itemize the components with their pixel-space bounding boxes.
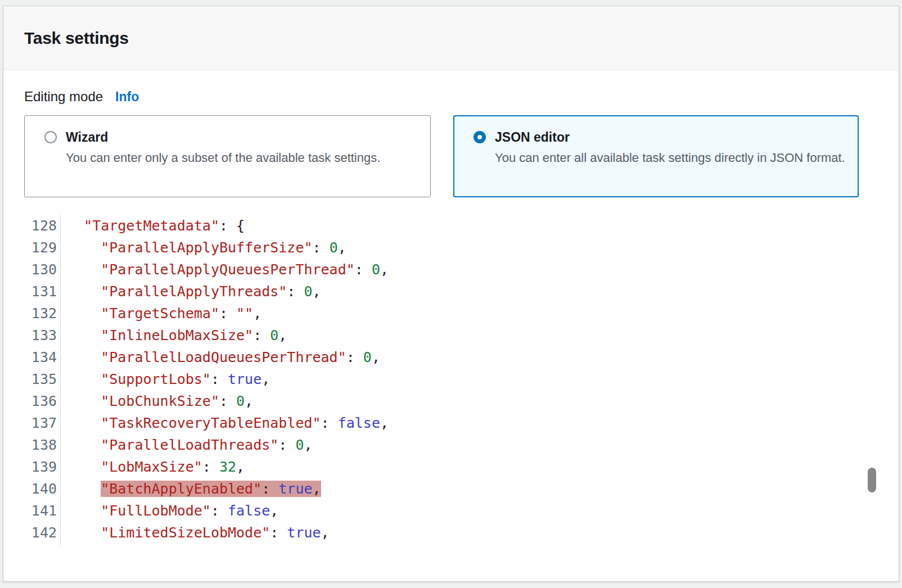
editing-mode-options: Wizard You can enter only a subset of th… [24, 115, 899, 197]
code-lines: 128 "TargetMetadata": {129 "ParallelAppl… [24, 215, 876, 544]
line-number: 129 [24, 237, 60, 259]
json-key: "InlineLobMaxSize" [101, 327, 253, 343]
page-title: Task settings [24, 29, 129, 48]
wizard-radio[interactable] [44, 131, 57, 143]
code-line-text: "LobChunkSize": 0, [60, 393, 253, 409]
code-line-135[interactable]: 135 "SupportLobs": true, [24, 368, 876, 390]
line-number: 138 [24, 434, 60, 456]
json-key: "LobMaxSize" [101, 459, 202, 475]
line-number: 130 [24, 259, 60, 281]
code-line-text: "ParallelApplyQueuesPerThread": 0, [60, 261, 389, 278]
scrollbar-thumb[interactable] [868, 468, 876, 492]
editing-mode-card-wizard[interactable]: Wizard You can enter only a subset of th… [24, 115, 431, 197]
code-line-text: "LobMaxSize": 32, [60, 459, 245, 475]
code-line-137[interactable]: 137 "TaskRecoveryTableEnabled": false, [24, 412, 876, 434]
json-value: 0 [270, 327, 278, 343]
code-line-text: "TaskRecoveryTableEnabled": false, [60, 415, 389, 431]
json-value: false [228, 503, 270, 519]
info-link[interactable]: Info [115, 89, 139, 105]
json-editor-description: You can enter all available task setting… [495, 148, 845, 167]
line-number: 141 [24, 500, 60, 522]
code-line-134[interactable]: 134 "ParallelLoadQueuesPerThread": 0, [24, 346, 876, 368]
line-number: 139 [24, 456, 60, 478]
line-number: 131 [24, 281, 60, 302]
json-editor-card-text: JSON editor You can enter all available … [495, 129, 845, 196]
code-line-text: "ParallelApplyBufferSize": 0, [60, 239, 346, 256]
code-line-text: "FullLobMode": false, [60, 503, 278, 519]
code-line-130[interactable]: 130 "ParallelApplyQueuesPerThread": 0, [24, 259, 876, 281]
json-key: "FullLobMode" [101, 503, 211, 519]
code-line-131[interactable]: 131 "ParallelApplyThreads": 0, [24, 281, 876, 302]
line-number: 142 [24, 522, 60, 544]
code-line-text: "ParallelLoadQueuesPerThread": 0, [60, 349, 380, 365]
editing-mode-row: Editing mode Info [24, 89, 899, 105]
json-key: "ParallelLoadQueuesPerThread" [101, 349, 346, 365]
json-value: { [236, 218, 245, 234]
json-key: "ParallelApplyThreads" [101, 283, 287, 300]
code-line-129[interactable]: 129 "ParallelApplyBufferSize": 0, [24, 237, 876, 259]
json-key: "BatchApplyEnabled" [101, 481, 261, 497]
line-number: 140 [24, 478, 60, 500]
json-value: 0 [372, 261, 380, 278]
code-line-text: "BatchApplyEnabled": true, [60, 481, 321, 497]
line-number: 137 [24, 412, 60, 434]
json-key: "LimitedSizeLobMode" [101, 524, 270, 541]
json-key: "SupportLobs" [101, 371, 211, 387]
json-value: true [278, 481, 312, 497]
json-key: "ParallelApplyQueuesPerThread" [101, 261, 355, 278]
code-line-text: "LimitedSizeLobMode": true, [60, 524, 330, 541]
wizard-description: You can enter only a subset of the avail… [66, 148, 380, 167]
json-value: 0 [236, 393, 245, 409]
code-line-text: "InlineLobMaxSize": 0, [60, 327, 287, 343]
code-line-141[interactable]: 141 "FullLobMode": false, [24, 500, 876, 522]
code-line-text: "TargetSchema": "", [60, 305, 261, 322]
json-key: "TaskRecoveryTableEnabled" [101, 415, 321, 431]
code-line-140[interactable]: 140 "BatchApplyEnabled": true, [24, 478, 876, 500]
json-value: 0 [304, 283, 312, 300]
json-key: "LobChunkSize" [101, 393, 219, 409]
wizard-label: Wizard [66, 129, 380, 146]
panel-content: Editing mode Info Wizard You can enter o… [3, 89, 899, 564]
json-key: "ParallelLoadThreads" [101, 437, 278, 453]
editing-mode-card-json-editor[interactable]: JSON editor You can enter all available … [453, 115, 859, 197]
code-line-text: "ParallelApplyThreads": 0, [60, 283, 321, 300]
json-key: "TargetSchema" [101, 305, 219, 322]
json-key: "ParallelApplyBufferSize" [101, 239, 312, 256]
line-number: 134 [24, 346, 60, 368]
json-value: "" [236, 305, 253, 322]
json-value: false [338, 415, 380, 431]
code-line-text: "ParallelLoadThreads": 0, [60, 437, 313, 453]
code-line-138[interactable]: 138 "ParallelLoadThreads": 0, [24, 434, 876, 456]
line-number: 128 [24, 215, 60, 237]
json-key: "TargetMetadata" [84, 218, 219, 234]
code-editor[interactable]: 128 "TargetMetadata": {129 "ParallelAppl… [24, 215, 876, 564]
line-number: 132 [24, 302, 60, 324]
json-value: true [287, 524, 321, 541]
json-value: 0 [295, 437, 304, 453]
task-settings-panel: Task settings Editing mode Info Wizard Y… [3, 6, 899, 582]
line-number: 135 [24, 368, 60, 390]
json-value: 0 [330, 239, 338, 256]
json-value: 0 [363, 349, 372, 365]
json-editor-radio[interactable] [473, 131, 486, 143]
code-line-142[interactable]: 142 "LimitedSizeLobMode": true, [24, 522, 876, 544]
editing-mode-label: Editing mode [24, 89, 103, 105]
line-number: 136 [24, 390, 60, 412]
code-line-text: "TargetMetadata": { [60, 218, 245, 234]
line-number: 133 [24, 324, 60, 346]
json-editor-label: JSON editor [495, 129, 845, 146]
code-line-139[interactable]: 139 "LobMaxSize": 32, [24, 456, 876, 478]
panel-header: Task settings [3, 6, 899, 70]
wizard-card-text: Wizard You can enter only a subset of th… [66, 129, 380, 197]
json-value: true [228, 371, 261, 387]
code-line-133[interactable]: 133 "InlineLobMaxSize": 0, [24, 324, 876, 346]
code-line-text: "SupportLobs": true, [60, 371, 270, 387]
json-value: 32 [219, 459, 236, 475]
code-line-132[interactable]: 132 "TargetSchema": "", [24, 302, 876, 324]
code-line-128[interactable]: 128 "TargetMetadata": { [24, 215, 876, 237]
highlighted-match: "BatchApplyEnabled": true, [101, 481, 321, 497]
code-line-136[interactable]: 136 "LobChunkSize": 0, [24, 390, 876, 412]
